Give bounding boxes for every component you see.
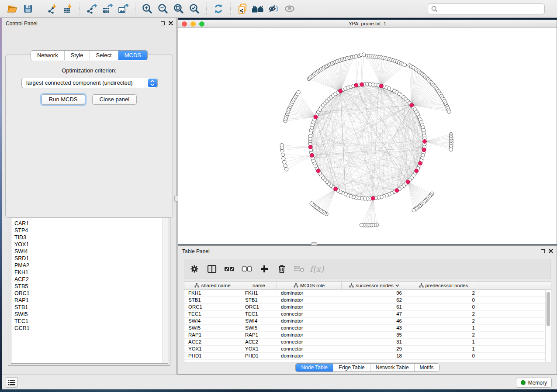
- zoom-fit-icon[interactable]: [171, 2, 187, 16]
- table-cell[interactable]: 1: [407, 325, 480, 331]
- result-node-item[interactable]: SWI4: [14, 248, 163, 255]
- result-node-item[interactable]: ACE2: [14, 276, 163, 283]
- export-network-icon[interactable]: [84, 2, 100, 16]
- run-mcds-button[interactable]: Run MCDS: [42, 94, 85, 105]
- table-cell[interactable]: STB1: [184, 297, 241, 303]
- table-row[interactable]: STB1STB1dominator620: [184, 297, 551, 304]
- function-builder-icon[interactable]: f(x): [311, 263, 322, 275]
- tab-network-table[interactable]: Network Table: [370, 364, 414, 371]
- table-cell[interactable]: RAP1: [184, 332, 241, 338]
- table-cell[interactable]: 2: [407, 332, 480, 338]
- table-cell[interactable]: connector: [277, 346, 342, 352]
- result-node-item[interactable]: SWI5: [14, 311, 163, 318]
- table-row[interactable]: RAP1RAP1dominator352: [184, 332, 551, 339]
- result-node-item[interactable]: GCR1: [14, 325, 163, 332]
- table-cell[interactable]: SWI5: [241, 325, 277, 331]
- table-cell[interactable]: 62: [342, 297, 407, 303]
- result-node-item[interactable]: RAP1: [14, 297, 163, 304]
- table-row[interactable]: ACE2ACE2connector311: [184, 339, 551, 346]
- tab-select[interactable]: Select: [90, 51, 118, 60]
- result-node-item[interactable]: CAR1: [14, 220, 163, 227]
- close-panel-icon[interactable]: [169, 21, 173, 25]
- result-list-scrollbar[interactable]: [163, 212, 168, 363]
- show-column-panel-icon[interactable]: [206, 263, 218, 275]
- minimize-window-icon[interactable]: [190, 21, 196, 27]
- column-header-MCDS-role[interactable]: MCDS role: [277, 282, 342, 289]
- table-row[interactable]: SWI5SWI5connector431: [184, 325, 551, 332]
- houses-icon[interactable]: [250, 2, 266, 16]
- open-file-icon[interactable]: [4, 2, 20, 16]
- table-cell[interactable]: dominator: [277, 332, 342, 338]
- table-cell[interactable]: YOX1: [241, 346, 277, 352]
- search-input[interactable]: [428, 3, 545, 14]
- table-cell[interactable]: 0: [407, 353, 480, 359]
- table-cell[interactable]: SWI4: [241, 318, 277, 324]
- table-cell[interactable]: ORC1: [241, 304, 277, 310]
- select-all-icon[interactable]: [224, 263, 235, 275]
- table-cell[interactable]: 0: [407, 304, 480, 310]
- table-cell[interactable]: 96: [342, 290, 407, 296]
- hide-graphics-details-icon[interactable]: [266, 2, 282, 16]
- export-image-icon[interactable]: [115, 2, 131, 16]
- table-row[interactable]: FKH1FKH1dominator962: [184, 290, 551, 297]
- result-node-item[interactable]: STB5: [14, 283, 163, 290]
- table-cell[interactable]: STB1: [241, 297, 277, 303]
- float-panel-icon[interactable]: [161, 21, 165, 25]
- table-cell[interactable]: 0: [407, 297, 480, 303]
- table-cell[interactable]: dominator: [277, 353, 342, 359]
- mcds-result-list[interactable]: PHD1CAR1STP4TID3YOX1SWI4SRD1PMA2FKH1ACE2…: [11, 211, 168, 364]
- save-session-icon[interactable]: [20, 2, 36, 16]
- table-cell[interactable]: ORC1: [184, 304, 241, 310]
- table-cell[interactable]: connector: [277, 325, 342, 331]
- table-row[interactable]: SWI4SWI4dominator462: [184, 318, 551, 325]
- zoom-in-icon[interactable]: [139, 2, 155, 16]
- task-history-button[interactable]: [6, 377, 18, 388]
- table-cell[interactable]: SWI5: [184, 325, 241, 331]
- import-network-icon[interactable]: [44, 2, 60, 16]
- table-cell[interactable]: dominator: [277, 304, 342, 310]
- close-panel-button[interactable]: Close panel: [92, 94, 137, 105]
- column-header-successor-nodes[interactable]: successor nodes: [342, 282, 407, 289]
- table-cell[interactable]: YOX1: [184, 346, 241, 352]
- table-cell[interactable]: connector: [277, 311, 342, 317]
- result-node-item[interactable]: SRD1: [14, 255, 163, 262]
- table-cell[interactable]: 46: [342, 318, 407, 324]
- table-cell[interactable]: 2: [407, 290, 480, 296]
- result-node-item[interactable]: PMA2: [14, 262, 163, 269]
- table-cell[interactable]: ACE2: [241, 339, 277, 345]
- table-cell[interactable]: 43: [342, 325, 407, 331]
- result-node-item[interactable]: FKH1: [14, 269, 163, 276]
- tab-network[interactable]: Network: [31, 51, 64, 60]
- table-cell[interactable]: 29: [342, 346, 407, 352]
- delete-row-trash-icon[interactable]: [276, 263, 287, 275]
- column-header-name[interactable]: name: [241, 282, 277, 289]
- network-window-titlebar[interactable]: YPA_prune.txt_1: [178, 20, 557, 28]
- network-canvas[interactable]: [178, 28, 557, 244]
- result-node-item[interactable]: YOX1: [14, 241, 163, 248]
- result-node-item[interactable]: TEC1: [14, 318, 163, 325]
- clone-network-icon[interactable]: [235, 2, 250, 16]
- horizontal-splitter-grip[interactable]: [311, 242, 317, 245]
- panel-splitter-grip[interactable]: [174, 196, 178, 202]
- export-table-icon[interactable]: [100, 2, 115, 16]
- table-cell[interactable]: TEC1: [184, 311, 241, 317]
- table-cell[interactable]: 47: [342, 311, 407, 317]
- import-table-icon[interactable]: [60, 2, 76, 16]
- delete-table-icon[interactable]: [294, 263, 305, 275]
- table-cell[interactable]: PHD1: [241, 353, 277, 359]
- result-node-item[interactable]: STP4: [14, 227, 163, 234]
- settings-gear-icon[interactable]: [189, 263, 200, 275]
- table-cell[interactable]: RAP1: [241, 332, 277, 338]
- table-cell[interactable]: FKH1: [184, 290, 241, 296]
- table-scrollbar[interactable]: [545, 290, 551, 362]
- tab-edge-table[interactable]: Edge Table: [333, 364, 370, 371]
- maximize-window-icon[interactable]: [199, 21, 204, 27]
- table-cell[interactable]: dominator: [277, 318, 342, 324]
- refresh-icon[interactable]: [211, 2, 226, 16]
- table-row[interactable]: TEC1TEC1connector472: [184, 311, 551, 318]
- table-cell[interactable]: 18: [342, 353, 407, 359]
- result-node-item[interactable]: TID3: [14, 234, 163, 241]
- show-graphics-details-icon[interactable]: [282, 2, 298, 16]
- close-window-icon[interactable]: [182, 21, 187, 27]
- table-cell[interactable]: SWI4: [184, 318, 241, 324]
